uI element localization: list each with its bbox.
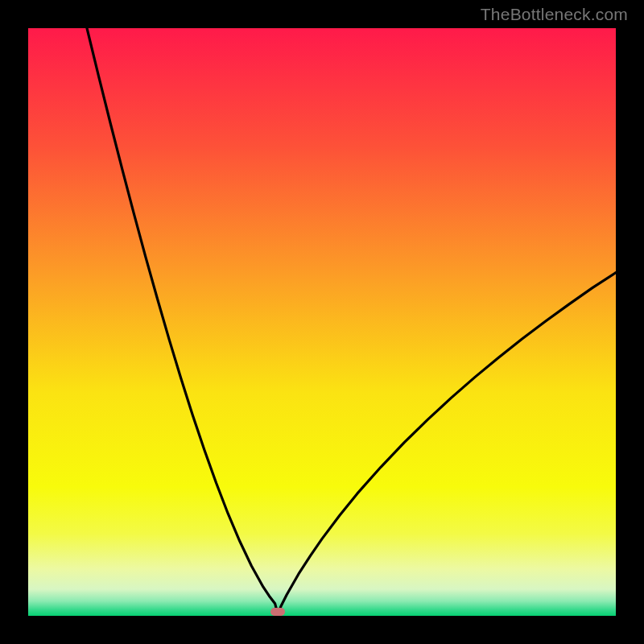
chart-frame: TheBottleneck.com <box>0 0 644 644</box>
minimum-marker <box>270 608 285 616</box>
svg-rect-0 <box>28 28 616 616</box>
plot-area <box>28 28 616 616</box>
background-gradient <box>28 28 616 616</box>
watermark-text: TheBottleneck.com <box>481 5 628 24</box>
